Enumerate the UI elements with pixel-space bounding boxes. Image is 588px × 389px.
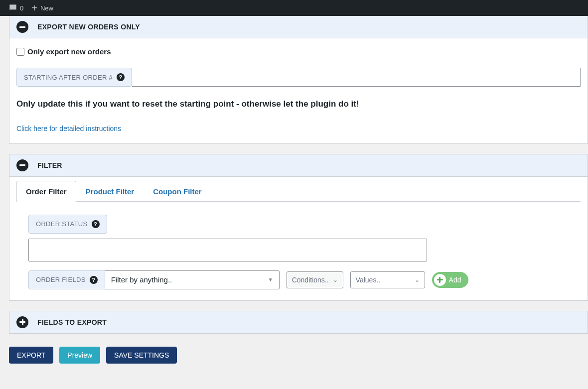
action-buttons: EXPORT Preview SAVE SETTINGS xyxy=(9,344,588,374)
add-filter-button[interactable]: Add xyxy=(432,272,468,288)
fields-to-export-header[interactable]: FIELDS TO EXPORT xyxy=(9,311,588,333)
collapse-icon xyxy=(16,159,28,171)
comment-icon xyxy=(8,3,18,13)
panel-title: FILTER xyxy=(37,161,62,169)
export-new-orders-panel: EXPORT NEW ORDERS ONLY Only export new o… xyxy=(9,16,588,144)
only-export-new-label[interactable]: Only export new orders xyxy=(27,47,111,56)
order-status-label-row: ORDER STATUS ? xyxy=(28,215,569,234)
help-icon[interactable]: ? xyxy=(92,220,100,228)
filter-header[interactable]: FILTER xyxy=(9,154,588,177)
plus-circle-icon xyxy=(434,274,446,286)
fields-to-export-panel: FIELDS TO EXPORT xyxy=(9,311,588,334)
order-filter-content: ORDER STATUS ? ORDER FIELDS ? Filter by … xyxy=(16,215,581,289)
panel-title: EXPORT NEW ORDERS ONLY xyxy=(37,23,140,31)
starting-after-row: STARTING AFTER ORDER # ? xyxy=(16,68,581,87)
order-fields-row: ORDER FIELDS ? Filter by anything.. ▼ Co… xyxy=(28,270,569,289)
starting-after-input[interactable] xyxy=(132,68,581,87)
starting-after-label: STARTING AFTER ORDER # ? xyxy=(16,68,132,87)
preview-button[interactable]: Preview xyxy=(59,347,100,364)
new-label: New xyxy=(40,4,53,12)
tab-coupon-filter[interactable]: Coupon Filter xyxy=(144,181,211,202)
save-settings-button[interactable]: SAVE SETTINGS xyxy=(106,347,177,364)
conditions-select[interactable]: Conditions.. ⌄ xyxy=(287,271,343,288)
content-area: EXPORT NEW ORDERS ONLY Only export new o… xyxy=(0,16,588,374)
values-select[interactable]: Values.. ⌄ xyxy=(350,271,425,288)
panel-title: FIELDS TO EXPORT xyxy=(37,318,107,326)
filter-tabs: Order Filter Product Filter Coupon Filte… xyxy=(16,181,581,202)
help-icon[interactable]: ? xyxy=(90,276,98,284)
filter-panel: FILTER Order Filter Product Filter Coupo… xyxy=(9,154,588,301)
chevron-down-icon: ⌄ xyxy=(333,276,338,283)
order-fields-label: ORDER FIELDS ? xyxy=(28,270,105,289)
comments-link[interactable]: 0 xyxy=(4,0,27,16)
new-link[interactable]: + New xyxy=(27,0,57,16)
filter-body: Order Filter Product Filter Coupon Filte… xyxy=(9,177,588,300)
expand-icon xyxy=(16,316,28,328)
tab-order-filter[interactable]: Order Filter xyxy=(16,181,76,202)
order-status-input[interactable] xyxy=(28,239,427,261)
only-export-new-checkbox[interactable] xyxy=(16,48,24,56)
order-status-label: ORDER STATUS ? xyxy=(28,215,107,234)
filter-by-anything-select[interactable]: Filter by anything.. ▼ xyxy=(105,270,280,289)
instructions-link[interactable]: Click here for detailed instructions xyxy=(16,125,581,132)
tab-product-filter[interactable]: Product Filter xyxy=(76,181,144,202)
chevron-down-icon: ⌄ xyxy=(415,276,420,283)
export-new-orders-header[interactable]: EXPORT NEW ORDERS ONLY xyxy=(9,16,588,38)
export-new-orders-body: Only export new orders STARTING AFTER OR… xyxy=(9,38,588,143)
only-export-new-row: Only export new orders xyxy=(16,47,581,56)
help-icon[interactable]: ? xyxy=(117,73,125,81)
export-button[interactable]: EXPORT xyxy=(9,347,53,364)
collapse-icon xyxy=(16,21,28,33)
reset-info-text: Only update this if you want to reset th… xyxy=(16,98,581,111)
plus-icon: + xyxy=(31,3,37,13)
comment-count: 0 xyxy=(20,4,23,12)
admin-top-bar: 0 + New xyxy=(0,0,588,16)
chevron-down-icon: ▼ xyxy=(268,277,273,282)
